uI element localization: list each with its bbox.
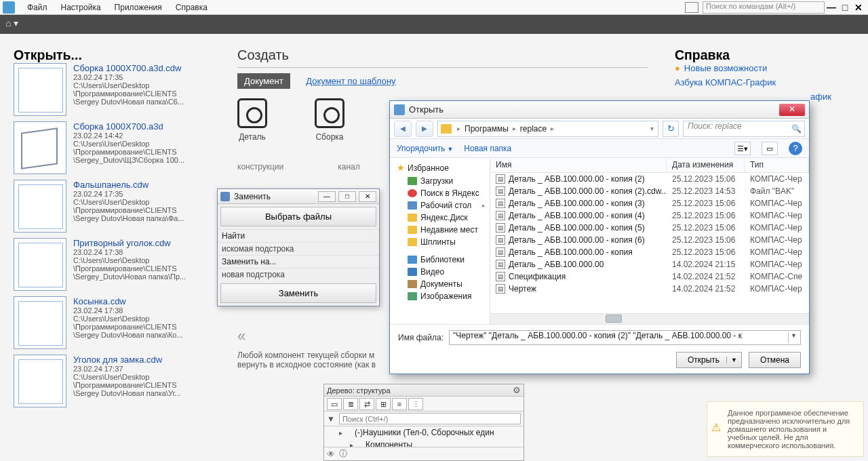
home-icon[interactable]: ⌂ ▾ [5,18,19,31]
replace-label: Заменить на... [218,255,379,268]
tree-eye-icon[interactable]: 👁 [327,449,335,459]
nav-images[interactable]: Изображения [390,290,490,302]
recent-item[interactable]: Притворный уголок.cdw 23.02.24 17:38 C:\… [14,238,210,291]
window-close[interactable]: ✕ [852,2,865,13]
replace-value[interactable]: новая подстрока [218,268,379,281]
dialog-close[interactable]: ✕ [779,104,805,116]
replace-go-button[interactable]: Заменить [220,283,376,303]
nav-downloads[interactable]: Загрузки [390,175,490,187]
tree-tool-1[interactable]: ▭ [327,398,342,410]
tree-tool-6[interactable]: ⋮ [408,398,423,410]
dialog-help-icon[interactable]: ? [789,142,802,155]
col-date[interactable]: Дата изменения [667,158,745,172]
tree-info-icon[interactable]: ⓘ [339,448,347,460]
breadcrumb[interactable]: ▸ Программы ▸ replace ▸ ▾ [437,121,658,137]
nav-back[interactable]: ◄ [394,121,412,137]
help-abc[interactable]: Азбука КОМПАС-График [675,77,854,87]
nav-yandex-search[interactable]: Поиск в Яндекс [390,187,490,199]
window-maximize[interactable]: □ [838,2,852,13]
file-type: КОМПАС-Чер [745,283,809,294]
notice-text: Данное программное обеспечение предназна… [728,409,850,449]
view-preview[interactable]: ▭ [762,142,778,155]
nav-documents[interactable]: Документы [390,278,490,290]
file-row[interactable]: ▤Спецификация 14.02.2024 21:52 КОМПАС-Сп… [490,270,809,283]
tree-header[interactable]: Дерево: структура ⚙ [324,384,524,397]
col-name[interactable]: Имя [490,158,667,172]
file-name: Деталь _ АБВ.100.000.00 - копия (5) [509,223,645,233]
recent-path: \Программирование\CLIENTS [73,89,184,98]
filename-dropdown-icon[interactable]: ▼ [788,332,799,343]
open-button[interactable]: Открыть▼ [676,352,742,368]
file-row[interactable]: ▤Деталь _ АБВ.100.000.00 - копия (3) 25.… [490,197,809,209]
tree-tool-5[interactable]: ≡ [392,398,407,410]
file-row[interactable]: ▤Деталь _ АБВ.100.000.00 - копия (4) 25.… [490,209,809,222]
nav-libraries[interactable]: Библиотеки [390,254,490,266]
asm-label: Сборка [315,132,343,142]
menu-settings[interactable]: Настройка [54,1,108,14]
scrollbar-thumb[interactable] [606,315,622,323]
recent-item[interactable]: Сборка 1000X700.a3d 23.02.24 14:42 C:\Us… [14,121,210,174]
find-value[interactable]: искомая подстрока [218,242,379,255]
file-row[interactable]: ▤Деталь _ АБВ.100.000.00 - копия (2).cdw… [490,185,809,197]
crumb-replace[interactable]: replace [517,124,549,134]
choose-files-button[interactable]: Выбрать файлы [220,207,376,226]
h-scrollbar[interactable] [490,313,809,324]
window-minimize[interactable]: — [825,2,838,13]
file-row[interactable]: ▤Деталь _ АБВ.100.000.00 - копия (6) 25.… [490,234,809,246]
new-folder[interactable]: Новая папка [464,144,511,153]
col-type[interactable]: Тип [745,158,809,172]
nav-yandex-disk[interactable]: Яндекс.Диск [390,212,490,224]
replace-minimize[interactable]: — [318,191,336,202]
recent-item[interactable]: Фальшпанель.cdw 23.02.24 17:35 C:\Users\… [14,180,210,233]
nav-desktop[interactable]: Рабочий стол▸ [390,199,490,212]
tree-gear-icon[interactable]: ⚙ [513,385,521,395]
new-part[interactable]: Деталь [237,98,267,142]
file-row[interactable]: ▤Деталь _ АБВ.100.000.00 - копия (2) 25.… [490,173,809,185]
dialog-search-input[interactable]: Поиск: replace 🔍 [683,121,805,137]
nav-forward[interactable]: ► [416,121,433,137]
nav-shplinty[interactable]: Шплинты [390,236,490,248]
file-row[interactable]: ▤Деталь _ АБВ.100.000.00 - копия (5) 25.… [490,222,809,234]
command-search-input[interactable]: Поиск по командам (Alt+/) [703,1,825,14]
bottom-tab-construction[interactable]: конструкции [237,162,283,172]
menu-apps[interactable]: Приложения [108,1,169,14]
recent-item[interactable]: Косынка.cdw 23.02.24 17:38 C:\Users\User… [14,296,210,349]
menu-help[interactable]: Справка [169,1,214,14]
menu-file[interactable]: Файл [20,1,54,14]
crumb-programs[interactable]: Программы [462,124,511,134]
nav-favorites[interactable]: Избранное [390,161,490,175]
help-afik-fragment: афик [810,92,831,102]
file-type: КОМПАС-Спе [745,271,809,282]
crumb-dropdown-icon[interactable]: ▾ [649,125,655,132]
cancel-button[interactable]: Отмена [749,352,801,368]
file-row[interactable]: ▤Чертеж 14.02.2024 21:52 КОМПАС-Чер [490,283,809,295]
help-whatsnew[interactable]: Новые возможности [675,63,854,73]
tab-document[interactable]: Документ [237,73,290,89]
tree-item-root[interactable]: (-)Наушники (Тел-0, Сборочных един [324,426,524,439]
toolbar-icon[interactable] [685,2,698,13]
recent-item[interactable]: Уголок для замка.cdw 23.02.24 17:37 C:\U… [14,355,210,407]
recent-item[interactable]: Сборка 1000X700.a3d.cdw 23.02.24 17:35 C… [14,63,210,116]
organize-menu[interactable]: Упорядочить▼ [397,144,453,153]
filename-combo[interactable]: "Чертеж" "Деталь _ АБВ.100.000.00 - копи… [449,330,801,345]
tree-tool-3[interactable]: ⇄ [359,398,374,410]
replace-titlebar[interactable]: Заменить — □ ✕ [218,189,379,204]
file-row[interactable]: ▤Деталь _ АБВ.100.000.00 14.02.2024 21:1… [490,258,809,270]
view-details[interactable]: ☰▾ [734,142,751,155]
tab-template[interactable]: Документ по шаблону [299,73,402,89]
tree-search-input[interactable] [339,413,521,424]
dialog-titlebar[interactable]: Открыть ✕ [390,101,809,119]
replace-close[interactable]: ✕ [359,191,376,202]
new-assembly[interactable]: Сборка [315,98,344,142]
file-row[interactable]: ▤Деталь _ АБВ.100.000.00 - копия 25.12.2… [490,246,809,258]
filter-icon[interactable]: ▼ [327,414,339,424]
tree-tool-4[interactable]: ⊞ [376,398,391,410]
file-name: Чертеж [509,284,536,294]
replace-maximize[interactable]: □ [338,191,356,202]
tree-tool-2[interactable]: ≣ [343,398,358,410]
bottom-tab-channel[interactable]: канал [338,162,360,172]
nav-refresh[interactable]: ↻ [663,121,679,137]
create-tabs: Документ Документ по шаблону [237,76,648,86]
nav-recent[interactable]: Недавние мест [390,224,490,236]
nav-video[interactable]: Видео [390,266,490,278]
